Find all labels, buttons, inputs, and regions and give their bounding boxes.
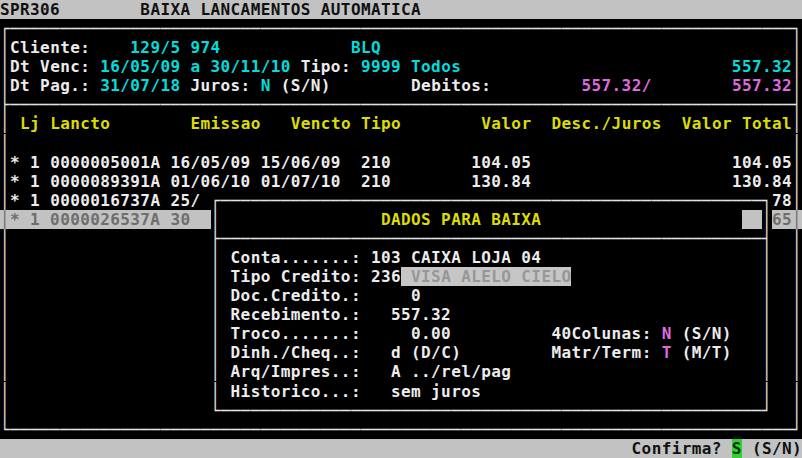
- tipo-credito-code[interactable]: 236: [371, 267, 401, 286]
- tipo-value: 9999 Todos: [361, 57, 461, 76]
- outer-box-border: │: [792, 114, 802, 133]
- entry-3-emissao-partial: 25/: [170, 191, 200, 210]
- cliente-value: 129/5 974: [130, 38, 220, 57]
- entry-3-total-partial: 78: [772, 191, 792, 210]
- outer-box-border: │: [0, 267, 10, 286]
- colunas-options: (S/N): [682, 324, 732, 343]
- screen-row: │ │ Conta.......: 103 CAIXA LOJA 04 │ │: [0, 248, 802, 267]
- outer-box-border: │: [0, 153, 10, 172]
- entry-2-valor-total: 130.84: [732, 172, 792, 191]
- historico-value[interactable]: sem juros: [391, 382, 481, 401]
- dialog-border: │: [211, 210, 221, 229]
- entry-2-vencto: 01/07/10: [261, 172, 341, 191]
- conta-label: Conta.......:: [231, 248, 361, 267]
- statusbar: [742, 439, 752, 458]
- outer-box-border: │: [0, 38, 10, 57]
- confirm-prompt: Confirma?: [632, 439, 722, 458]
- screen-row: │ │ Dinh./Cheq..: d (D/C) Matr/Term: T (…: [0, 343, 802, 362]
- matr-term-options: (M/T): [682, 343, 732, 362]
- col-header-tipo: Tipo: [361, 114, 401, 133]
- outer-box-border: │: [0, 172, 10, 191]
- outer-box-border: │: [0, 305, 10, 324]
- dialog-border: │: [762, 286, 772, 305]
- entry-4-total-partial: 65: [772, 210, 792, 229]
- col-header-valor: Valor: [481, 114, 531, 133]
- titlebar: [60, 0, 140, 19]
- dialog-title-row: [221, 210, 381, 229]
- dialog-border: │: [211, 343, 221, 362]
- dialog-border: │: [211, 305, 221, 324]
- statusbar: [722, 439, 732, 458]
- outer-box-border: │: [0, 324, 10, 343]
- outer-box-border: │: [0, 134, 10, 153]
- tipo-credito-desc-field[interactable]: VISA ALELO CIELO: [401, 267, 571, 286]
- outer-box-border: │: [792, 134, 802, 153]
- outer-box-border: │: [792, 229, 802, 248]
- screen-row: │* 1 0000016737A 25/ ┌──────────────────…: [0, 191, 802, 210]
- outer-box-border: │: [792, 172, 802, 191]
- screen-row: │ │: [0, 134, 802, 153]
- outer-box-border: ┌───────────────────────────────────────…: [0, 19, 802, 38]
- entry-2-tipo: 210: [361, 172, 391, 191]
- troco-label: Troco.......:: [231, 324, 361, 343]
- entry-2-id[interactable]: * 1 0000089391A: [10, 172, 160, 191]
- app-title: BAIXA LANCAMENTOS AUTOMATICA: [140, 0, 421, 19]
- entry-1-valor: 104.05: [471, 153, 531, 172]
- col-header-emissao: Emissao: [191, 114, 261, 133]
- dialog-border: │: [211, 286, 221, 305]
- screen-row: │* 1 0000026537A 30 │ DADOS PARA BAIXA │…: [0, 210, 802, 229]
- dialog-border: │: [762, 248, 772, 267]
- col-header-lancto: Lancto: [50, 114, 110, 133]
- troco-value[interactable]: 0.00: [411, 324, 451, 343]
- entry-1-id[interactable]: * 1 0000005001A: [10, 153, 160, 172]
- outer-box-border: │: [0, 76, 10, 95]
- confirm-value[interactable]: S: [732, 439, 742, 458]
- outer-box-border: │: [0, 401, 10, 420]
- dinh-cheq-value[interactable]: d: [391, 343, 401, 362]
- screen-row: │ │ Doc.Credito.: 0 │ │: [0, 286, 802, 305]
- dialog-border: └───────────────────────────────────────…: [211, 401, 772, 420]
- screen-row: │ │ Historico...: sem juros │ │: [0, 382, 802, 401]
- screen-row: └───────────────────────────────────────…: [0, 420, 802, 439]
- colunas-value[interactable]: N: [662, 324, 672, 343]
- outer-box-border: │: [0, 286, 10, 305]
- statusbar: [0, 439, 632, 458]
- screen-row: │ Lj Lancto Emissao Vencto Tipo Valor De…: [0, 114, 802, 133]
- dt-venc-label: Dt Venc:: [10, 57, 90, 76]
- juros-options: (S/N): [281, 76, 331, 95]
- arq-impres-label: Arq/Impres..:: [231, 362, 361, 381]
- tipo-label: Tipo:: [301, 57, 351, 76]
- screen-row: │* 1 0000005001A 16/05/09 15/06/09 210 1…: [0, 153, 802, 172]
- outer-box-border: │: [792, 57, 802, 76]
- entry-1-valor-total: 104.05: [732, 153, 792, 172]
- terminal-screen: SPR306 BAIXA LANCAMENTOS AUTOMATICA ┌───…: [0, 0, 802, 458]
- screen-row: │Cliente: 129/5 974 BLQ │: [0, 38, 802, 57]
- col-header-vencto: Vencto: [291, 114, 351, 133]
- outer-box-border: │: [0, 191, 10, 210]
- col-header-lj: Lj: [20, 114, 40, 133]
- outer-box-border: │: [792, 362, 802, 381]
- juros-label: Juros:: [191, 76, 251, 95]
- entry-2-emissao: 01/06/10: [170, 172, 250, 191]
- matr-term-value[interactable]: T: [662, 343, 672, 362]
- entry-4-highlight-remnant: [742, 210, 762, 229]
- dt-venc-range: 16/05/09 a 30/11/10: [100, 57, 290, 76]
- outer-box-border: │: [792, 324, 802, 343]
- entry-3-id[interactable]: * 1 0000016737A: [10, 191, 160, 210]
- screen-row: │ │ Arq/Impres..: A ../rel/pag │ │: [0, 362, 802, 381]
- screen-row: │Dt Pag.: 31/07/18 Juros: N (S/N) Debito…: [0, 76, 802, 95]
- screen-row: │Dt Venc: 16/05/09 a 30/11/10 Tipo: 9999…: [0, 57, 802, 76]
- entry-4-selected[interactable]: │* 1 0000026537A 30: [0, 210, 211, 229]
- outer-box-border: │: [792, 191, 802, 210]
- arq-impres-value[interactable]: A ../rel/pag: [391, 362, 511, 381]
- conta-value[interactable]: 103 CAIXA LOJA 04: [371, 248, 541, 267]
- outer-box-border: │: [0, 57, 10, 76]
- dialog-border: │: [762, 267, 772, 286]
- recebimento-value[interactable]: 557.32: [391, 305, 451, 324]
- titlebar: [421, 0, 802, 19]
- debitos-label: Debitos:: [411, 76, 491, 95]
- doc-credito-value[interactable]: 0: [411, 286, 421, 305]
- screen-row: ├───────────────────────────────────────…: [0, 95, 802, 114]
- dialog-border: │: [762, 324, 772, 343]
- dialog-border: │: [762, 343, 772, 362]
